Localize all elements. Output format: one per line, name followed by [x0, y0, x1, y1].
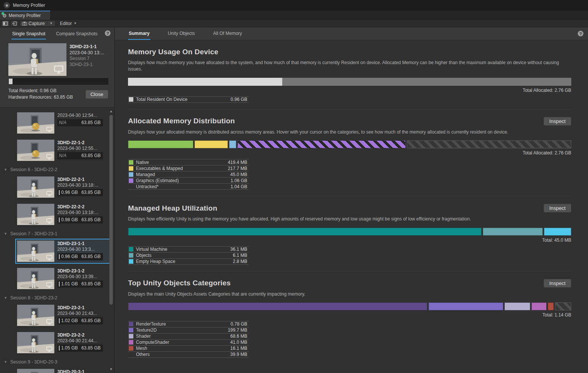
session-header[interactable]: ▼Session 6 - 3DHD-22-2 — [0, 165, 114, 174]
memory-bar[interactable] — [128, 78, 571, 86]
section-memory-usage-on-device: Memory Usage On DeviceDisplays how much … — [128, 40, 571, 103]
collapse-triangle-icon[interactable]: ▼ — [4, 296, 7, 300]
legend-row[interactable]: Mesh16.1 MB — [128, 346, 249, 352]
open-snapshot-date: 2023-04-30 13:... — [70, 50, 104, 56]
inspect-button[interactable]: Inspect — [544, 279, 571, 288]
bar-total-label: Total Allocated: 2.76 GB — [128, 88, 571, 93]
legend-row[interactable]: Virtual Machine36.1 MB — [128, 247, 249, 253]
main-tab-unity-objects[interactable]: Unity Objects — [167, 27, 196, 40]
bar-segment-shader[interactable] — [504, 302, 530, 310]
legend-swatch — [129, 172, 133, 177]
legend-label: Objects — [136, 253, 152, 258]
legend-row[interactable]: Native419.4 MB — [128, 159, 249, 165]
snapshot-list-item[interactable]: 2023-04-30 12:54...N/A63.85 GB — [15, 110, 111, 135]
open-snapshot-card[interactable]: 3DHD-23-1-1 2023-04-30 13:... Session 7 … — [0, 40, 114, 105]
legend-row[interactable]: Managed45.0 MB — [128, 172, 249, 178]
bar-total-label: Total: 1.14 GB — [128, 312, 571, 318]
memory-bar[interactable] — [128, 140, 571, 148]
main-help-button[interactable]: ? — [578, 31, 583, 36]
inspect-button[interactable]: Inspect — [544, 117, 571, 126]
snapshot-list-item[interactable]: 3DHD-20-3-12023-04-30 22:01...N/A63.85 G… — [15, 367, 111, 373]
main-tab-all-of-memory[interactable]: All Of Memory — [212, 27, 243, 40]
snapshot-name: 3DHD-23-1-2 — [57, 268, 109, 274]
bar-segment-computeshader[interactable] — [531, 302, 547, 310]
legend-swatch — [129, 259, 133, 264]
collapse-triangle-icon[interactable]: ▼ — [4, 168, 7, 172]
section-header: Top Unity Objects CategoriesInspect — [128, 279, 571, 288]
section-title: Memory Usage On Device — [128, 48, 218, 56]
resident-bar-tick — [59, 346, 60, 351]
legend-row[interactable]: Objects6.1 MB — [128, 253, 249, 259]
bar-segment-native[interactable] — [128, 140, 193, 148]
sidebar-tab-single-snapshot[interactable]: Single Snapshot — [11, 28, 46, 39]
snapshot-resident-value: N/A — [59, 153, 66, 159]
legend-row[interactable]: Empty Heap Space2.8 MB — [128, 259, 249, 265]
capture-dropdown-arrow[interactable]: ▼ — [47, 22, 55, 25]
session-header[interactable]: ▼Session 8 - 3DHD-23-2 — [0, 293, 114, 302]
bar-total-label: Total Allocated: 2.76 GB — [128, 150, 571, 156]
scroll-down-icon[interactable]: ▼ — [109, 367, 114, 371]
legend-value: 39.9 MB — [230, 352, 247, 357]
editor-dropdown[interactable]: Editor ▼ — [57, 20, 80, 27]
snapshot-list-item[interactable]: 3DHD-23-2-12023-04-30 21:43...1.02 GB63.… — [15, 303, 111, 328]
legend-row[interactable]: Graphics (Estimated)1.06 GB — [128, 178, 249, 184]
main-tab-summary[interactable]: Summary — [128, 27, 150, 40]
sidebar-tab-compare-snapshots[interactable]: Compare Snapshots — [55, 28, 98, 39]
collapse-triangle-icon[interactable]: ▼ — [4, 360, 7, 364]
snapshot-list-scrollbar[interactable]: ▲ ▼ — [109, 109, 114, 371]
legend-value: 16.1 MB — [230, 346, 247, 351]
bar-segment-virtual-machine[interactable] — [128, 228, 482, 236]
snapshot-thumbnail — [17, 204, 54, 225]
snapshot-list-item[interactable]: 3DHD-22-2-12023-04-30 13:18:...0.96 GB63… — [15, 175, 111, 200]
inspect-button[interactable]: Inspect — [544, 204, 571, 212]
session-header-label: Session 9 - 3DHD-20-3 — [10, 359, 57, 365]
bar-segment-texture2d[interactable] — [428, 302, 503, 310]
legend-row[interactable]: Executables & Mapped217.7 MB — [128, 165, 249, 172]
legend-row[interactable]: Texture2D199.7 MB — [128, 327, 249, 334]
collapse-triangle-icon[interactable]: ▼ — [4, 232, 7, 236]
bar-segment-total-resident-on-device[interactable] — [128, 78, 282, 86]
panel-toggle-button[interactable] — [2, 20, 9, 27]
snapshot-list-item[interactable]: 3DHD-23-1-22023-04-30 13:39...1.01 GB63.… — [15, 266, 111, 291]
legend-row[interactable]: Total Resident On Device0.96 GB — [128, 97, 249, 103]
legend-row[interactable]: Untracked*1.04 GB — [128, 184, 249, 190]
session-header[interactable]: ▼Session 7 - 3DHD-23-1 — [0, 229, 114, 238]
snapshot-meta: 3DHD-23-1-22023-04-30 13:39...1.01 GB63.… — [57, 268, 109, 289]
bar-segment-rendertexture[interactable] — [128, 302, 427, 310]
close-snapshot-button[interactable]: Close — [85, 90, 108, 99]
session-header[interactable]: ▼Session 9 - 3DHD-20-3 — [0, 357, 114, 366]
import-snapshot-button[interactable] — [11, 20, 18, 27]
open-snapshot-memory-bar — [8, 78, 108, 85]
tab-memory-profiler[interactable]: ⚙ Memory Profiler — [0, 11, 50, 20]
legend-value: 0.78 GB — [231, 321, 247, 327]
bar-segment-executables-mapped[interactable] — [194, 140, 228, 148]
legend-row[interactable]: RenderTexture0.78 GB — [128, 321, 249, 327]
memory-bar[interactable] — [128, 228, 571, 236]
scrollbar-thumb[interactable] — [109, 115, 113, 305]
bar-segment-empty-heap-space[interactable] — [544, 228, 571, 236]
legend-swatch — [129, 178, 133, 183]
bar-segment-managed[interactable] — [229, 140, 236, 148]
scroll-up-icon[interactable]: ▲ — [109, 109, 114, 113]
snapshot-memory-values: N/A63.85 GB — [57, 119, 103, 126]
legend-row[interactable]: ComputeShader41.0 MB — [128, 340, 249, 346]
section-title: Allocated Memory Distribution — [128, 117, 235, 125]
bar-segment-untracked-[interactable] — [407, 140, 571, 148]
snapshot-list-item[interactable]: 3DHD-22-2-22023-04-30 13:18:...0.98 GB63… — [15, 202, 111, 227]
open-snapshot-hardware-resources: Hardware Resources: 63.85 GB — [8, 94, 73, 101]
snapshot-list-item[interactable]: 3DHD-22-1-22023-04-30 12:55...N/A63.85 G… — [15, 138, 111, 163]
bar-segment-allocated-remainder[interactable] — [282, 78, 571, 86]
bar-segment-graphics-estimated-[interactable] — [237, 140, 406, 148]
snapshot-list-item[interactable]: 3DHD-23-1-12023-04-30 13:3...0.96 GB63.8… — [15, 239, 111, 264]
legend-row[interactable]: Others39.9 MB — [128, 352, 249, 358]
snapshot-hardware-value: 63.85 GB — [81, 254, 101, 260]
bar-segment-mesh[interactable] — [548, 302, 554, 310]
memory-bar[interactable] — [128, 302, 571, 310]
legend-row[interactable]: Shader68.6 MB — [128, 334, 249, 340]
bar-segment-others[interactable] — [555, 302, 571, 310]
snapshot-list-item[interactable]: 3DHD-23-2-22023-04-30 21:44...1.05 GB63.… — [15, 330, 111, 355]
bar-segment-objects[interactable] — [483, 228, 543, 236]
sidebar-help-button[interactable]: ? — [105, 30, 111, 36]
open-snapshot-thumbnail — [8, 43, 66, 76]
capture-button[interactable]: Capture — [20, 21, 47, 26]
